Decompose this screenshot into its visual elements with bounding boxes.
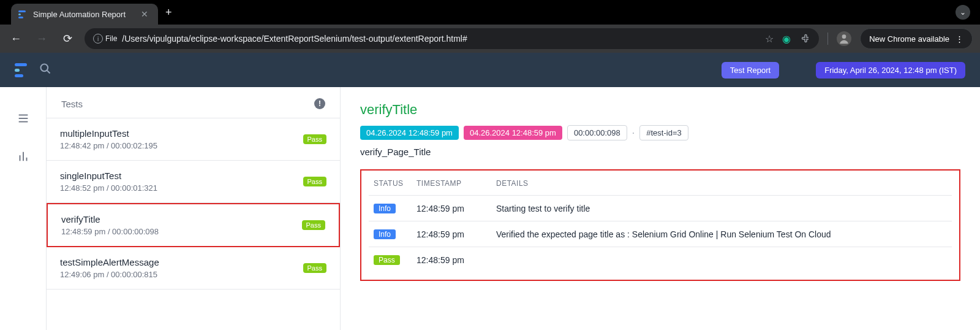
svg-line-2 xyxy=(47,70,50,73)
end-time-chip: 04.26.2024 12:48:59 pm xyxy=(464,126,562,140)
warning-icon[interactable]: ! xyxy=(314,98,325,109)
log-timestamp: 12:48:59 pm xyxy=(412,196,491,221)
status-badge: Pass xyxy=(303,263,326,273)
chip-separator: · xyxy=(632,128,635,139)
url-text: /Users/vipulgupta/eclipse-workspace/Exte… xyxy=(122,34,467,44)
new-tab-button[interactable]: + xyxy=(165,6,172,19)
test-report-button[interactable]: Test Report xyxy=(722,62,779,79)
log-row: Pass 12:48:59 pm xyxy=(369,247,952,273)
new-chrome-button[interactable]: New Chrome available ⋮ xyxy=(860,28,973,49)
test-item-title: multipleInputTest xyxy=(60,128,326,139)
tests-panel-header: Tests ! xyxy=(47,87,340,118)
test-item-meta: 12:48:52 pm / 00:00:01:321 xyxy=(60,183,326,193)
status-badge: Pass xyxy=(302,220,325,230)
log-details: Verified the expected page title as : Se… xyxy=(491,221,952,247)
app-logo-icon[interactable] xyxy=(15,61,27,79)
detail-subtitle: verify_Page_Title xyxy=(360,147,960,157)
chart-view-icon[interactable] xyxy=(17,150,30,166)
nav-rail xyxy=(0,87,47,330)
th-details: DETAILS xyxy=(491,171,952,196)
bookmark-icon[interactable]: ☆ xyxy=(765,33,774,45)
info-icon: i xyxy=(93,34,103,44)
address-bar[interactable]: i File /Users/vipulgupta/eclipse-workspa… xyxy=(85,28,819,49)
log-details xyxy=(491,247,952,273)
search-icon[interactable] xyxy=(39,63,51,78)
test-item-title: verifyTitle xyxy=(61,214,325,224)
test-id-chip: #test-id=3 xyxy=(639,125,688,140)
log-status-badge: Info xyxy=(374,229,396,239)
log-timestamp: 12:48:59 pm xyxy=(412,221,491,247)
profile-avatar[interactable] xyxy=(837,31,851,46)
browser-toolbar: ← → ⟳ i File /Users/vipulgupta/eclipse-w… xyxy=(0,25,980,53)
tests-heading: Tests xyxy=(61,99,83,109)
address-bar-icons: ☆ ◉ xyxy=(765,32,810,45)
test-item-meta: 12:48:59 pm / 00:00:00:098 xyxy=(61,227,325,236)
status-badge: Pass xyxy=(303,177,326,186)
log-row: Info 12:48:59 pm Starting test to verify… xyxy=(369,196,952,221)
test-item-multipleInputTest[interactable]: multipleInputTest 12:48:42 pm / 00:00:02… xyxy=(47,118,340,161)
detail-chips: 04.26.2024 12:48:59 pm 04.26.2024 12:48:… xyxy=(360,125,960,140)
test-item-testSimpleAlertMessage[interactable]: testSimpleAlertMessage 12:49:06 pm / 00:… xyxy=(47,247,340,290)
test-item-meta: 12:48:42 pm / 00:00:02:195 xyxy=(60,141,326,150)
extensions-icon[interactable] xyxy=(799,32,810,45)
browser-tab-strip: Simple Automation Report ✕ + ⌄ xyxy=(0,0,980,25)
forward-button[interactable]: → xyxy=(33,30,50,47)
log-box: STATUS TIMESTAMP DETAILS Info 12:48:59 p… xyxy=(360,169,960,281)
file-label: File xyxy=(105,34,117,43)
svg-point-1 xyxy=(41,64,48,71)
main-content: Tests ! multipleInputTest 12:48:42 pm / … xyxy=(0,87,980,330)
site-info-chip[interactable]: i File xyxy=(93,34,117,44)
log-timestamp: 12:48:59 pm xyxy=(412,247,491,273)
close-tab-icon[interactable]: ✕ xyxy=(138,9,151,19)
test-item-title: testSimpleAlertMessage xyxy=(60,257,326,267)
status-badge: Pass xyxy=(303,134,326,144)
log-status-badge: Info xyxy=(374,204,396,213)
detail-panel: verifyTitle 04.26.2024 12:48:59 pm 04.26… xyxy=(341,87,980,330)
test-item-title: singleInputTest xyxy=(60,171,326,181)
test-item-singleInputTest[interactable]: singleInputTest 12:48:52 pm / 00:00:01:3… xyxy=(47,161,340,203)
tab-title: Simple Automation Report xyxy=(33,10,134,19)
svg-point-0 xyxy=(842,34,846,39)
log-table: STATUS TIMESTAMP DETAILS Info 12:48:59 p… xyxy=(369,171,952,272)
tests-panel: Tests ! multipleInputTest 12:48:42 pm / … xyxy=(47,87,341,330)
tab-strip-right: ⌄ xyxy=(172,5,975,20)
th-timestamp: TIMESTAMP xyxy=(412,171,491,196)
test-item-verifyTitle[interactable]: verifyTitle 12:48:59 pm / 00:00:00:098 P… xyxy=(47,203,340,247)
test-item-meta: 12:49:06 pm / 00:00:00:815 xyxy=(60,270,326,279)
tab-overflow-button[interactable]: ⌄ xyxy=(956,5,970,20)
log-details: Starting test to verify title xyxy=(491,196,952,221)
toolbar-divider xyxy=(827,33,828,45)
start-time-chip: 04.26.2024 12:48:59 pm xyxy=(360,126,459,140)
timestamp-chip: Friday, April 26, 2024, 12:48 pm (IST) xyxy=(816,62,965,79)
tab-favicon-icon xyxy=(18,9,28,19)
back-button[interactable]: ← xyxy=(7,30,24,47)
list-view-icon[interactable] xyxy=(17,112,30,128)
new-chrome-label: New Chrome available xyxy=(869,34,949,44)
th-status: STATUS xyxy=(369,171,412,196)
log-row: Info 12:48:59 pm Verified the expected p… xyxy=(369,221,952,247)
reload-button[interactable]: ⟳ xyxy=(59,30,76,47)
app-header: Test Report Friday, April 26, 2024, 12:4… xyxy=(0,53,980,87)
duration-chip: 00:00:00:098 xyxy=(567,125,627,140)
grammarly-icon[interactable]: ◉ xyxy=(782,33,791,45)
browser-tab[interactable]: Simple Automation Report ✕ xyxy=(11,4,158,25)
detail-title: verifyTitle xyxy=(360,102,960,118)
more-icon: ⋮ xyxy=(956,34,963,44)
log-status-badge: Pass xyxy=(374,255,400,265)
